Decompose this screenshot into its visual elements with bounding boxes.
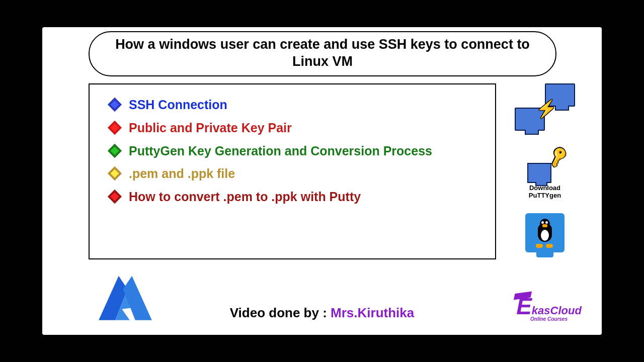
bullet-text: How to convert .pem to .ppk with Putty [129, 189, 361, 206]
diamond-bullet-icon [108, 166, 122, 180]
diamond-bullet-icon [108, 190, 122, 204]
diamond-bullet-icon [108, 98, 122, 112]
bullet-item: PuttyGen Key Generation and Conversion P… [110, 143, 480, 160]
bullet-text: PuttyGen Key Generation and Conversion P… [129, 143, 432, 160]
bullet-item: .pem and .ppk file [110, 165, 480, 183]
lightning-icon: ⚡ [536, 99, 557, 119]
credit-label: Video done by : [230, 305, 331, 320]
bullet-text: Public and Private Key Pair [129, 120, 292, 137]
ekascloud-logo: E kasCloud Online Courses [511, 300, 587, 322]
diamond-bullet-icon [108, 143, 122, 157]
right-icon-column: ⚡ 🔑 Download PuTTYgen [502, 83, 588, 252]
puttygen-icon: 🔑 Download PuTTYgen [515, 148, 575, 199]
title-box: How a windows user can create and use SS… [89, 31, 556, 76]
tux-penguin-icon [534, 219, 556, 247]
puttygen-caption: Download PuTTYgen [515, 184, 575, 199]
bullet-item: How to convert .pem to .ppk with Putty [110, 189, 480, 206]
bullet-item: SSH Connection [110, 97, 480, 114]
bullet-text: .pem and .ppk file [129, 165, 235, 183]
bullet-item: Public and Private Key Pair [110, 120, 480, 137]
slide: How a windows user can create and use SS… [42, 27, 602, 335]
brand-name: kasCloud [532, 304, 582, 317]
credit-author: Mrs.Kiruthika [331, 305, 414, 320]
linux-vm-icon [515, 213, 575, 252]
diamond-bullet-icon [108, 121, 122, 135]
slide-title: How a windows user can create and use SS… [115, 37, 530, 69]
putty-icon: ⚡ [515, 83, 575, 134]
brand-e: E [516, 300, 532, 314]
bullets-box: SSH Connection Public and Private Key Pa… [89, 83, 496, 259]
bullet-text: SSH Connection [129, 97, 227, 114]
